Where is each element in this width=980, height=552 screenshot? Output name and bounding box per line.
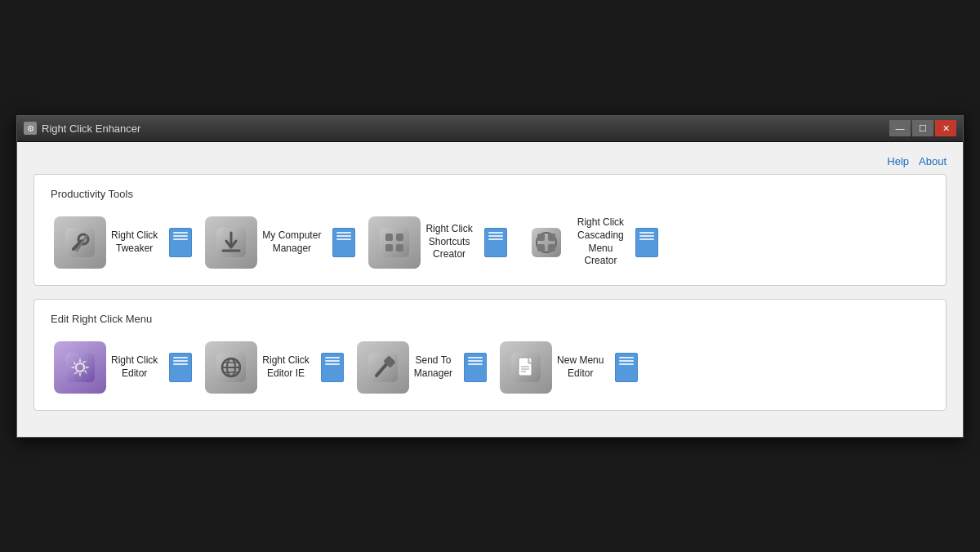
- minimize-button[interactable]: —: [889, 120, 911, 136]
- maximize-button[interactable]: ☐: [912, 120, 933, 136]
- book-icon-rct: [169, 228, 192, 257]
- svg-rect-10: [396, 244, 403, 252]
- header-links: Help About: [887, 155, 947, 167]
- help-link[interactable]: Help: [887, 155, 909, 167]
- sep-book-rct: [169, 228, 192, 257]
- svg-rect-13: [537, 234, 545, 241]
- sep-book-rcsc: [484, 228, 507, 257]
- sep-book-rceie: [321, 353, 344, 382]
- productivity-title: Productivity Tools: [51, 188, 929, 200]
- tool-rceie[interactable]: Right ClickEditor IE: [202, 338, 312, 397]
- productivity-section: Productivity Tools: [33, 174, 947, 286]
- svg-rect-17: [65, 353, 95, 382]
- rccmc-icon: [520, 216, 572, 269]
- about-link[interactable]: About: [919, 155, 947, 167]
- book-icon-rccmc: [635, 228, 658, 257]
- nme-label: New MenuEditor: [557, 354, 604, 380]
- productivity-tools-grid: Right ClickTweaker: [51, 213, 929, 272]
- edit-section: Edit Right Click Menu: [33, 299, 947, 411]
- tool-group-stm: Send ToManager: [354, 338, 490, 397]
- tool-stm[interactable]: Send ToManager: [354, 338, 456, 397]
- mcm-icon: [205, 216, 257, 269]
- tool-group-nme: New MenuEditor: [497, 338, 641, 397]
- tool-group-rce: Right ClickEditor: [51, 338, 195, 397]
- svg-rect-14: [548, 234, 555, 241]
- book-icon-nme: [615, 353, 638, 382]
- stm-icon: [357, 341, 409, 394]
- book-icon-rcsc: [484, 228, 507, 257]
- rccmc-label: Right ClickCascadingMenuCreator: [577, 216, 624, 267]
- tool-nme[interactable]: New MenuEditor: [497, 338, 607, 397]
- tool-rce[interactable]: Right ClickEditor: [51, 338, 161, 397]
- app-window: ⚙ Right Click Enhancer — ☐ ✕ Help About …: [16, 115, 964, 438]
- header-row: Help About: [33, 155, 947, 167]
- sep-book-nme: [615, 353, 638, 382]
- rce-label: Right ClickEditor: [111, 354, 158, 380]
- tool-group-rceie: Right ClickEditor IE: [202, 338, 346, 397]
- title-bar-left: ⚙ Right Click Enhancer: [24, 122, 140, 135]
- tool-rcsc[interactable]: Right ClickShortcutsCreator: [365, 213, 475, 272]
- sep-book-rce: [169, 353, 192, 382]
- window-title: Right Click Enhancer: [42, 122, 140, 135]
- svg-rect-6: [380, 228, 409, 257]
- book-icon-rceie: [321, 353, 344, 382]
- tool-group-rccmc: Right ClickCascadingMenuCreator: [517, 213, 662, 272]
- edit-tools-grid: Right ClickEditor: [51, 338, 929, 397]
- rce-icon: [54, 341, 106, 394]
- rceie-icon: [205, 341, 257, 394]
- tool-group-rcsc: Right ClickShortcutsCreator: [365, 213, 510, 272]
- mcm-label: My ComputerManager: [262, 229, 321, 255]
- title-bar: ⚙ Right Click Enhancer — ☐ ✕: [17, 116, 963, 142]
- svg-rect-8: [396, 234, 403, 241]
- app-icon: ⚙: [24, 122, 37, 135]
- svg-rect-15: [537, 244, 545, 252]
- edit-title: Edit Right Click Menu: [51, 313, 929, 325]
- tool-group-rct: Right ClickTweaker: [51, 213, 195, 272]
- window-controls: — ☐ ✕: [889, 120, 956, 136]
- book-icon-mcm: [332, 228, 355, 257]
- sep-book-stm: [464, 353, 487, 382]
- tool-rccmc[interactable]: Right ClickCascadingMenuCreator: [517, 213, 627, 272]
- book-icon-rce: [169, 353, 192, 382]
- rcsc-icon: [368, 216, 421, 269]
- stm-label: Send ToManager: [414, 354, 452, 380]
- tool-mcm[interactable]: My ComputerManager: [202, 213, 324, 272]
- svg-rect-7: [385, 234, 393, 241]
- close-button[interactable]: ✕: [935, 120, 956, 136]
- svg-rect-16: [548, 244, 555, 252]
- sep-book-mcm: [332, 228, 355, 257]
- nme-icon: [500, 341, 552, 394]
- sep-book-rccmc: [635, 228, 658, 257]
- book-icon-stm: [464, 353, 487, 382]
- tool-rct[interactable]: Right ClickTweaker: [51, 213, 161, 272]
- rct-icon: [54, 216, 106, 269]
- rcsc-label: Right ClickShortcutsCreator: [425, 223, 472, 261]
- window-body: Help About Productivity Tools: [17, 142, 963, 437]
- rct-label: Right ClickTweaker: [111, 229, 158, 255]
- tool-group-mcm: My ComputerManager: [202, 213, 359, 272]
- svg-rect-9: [385, 244, 393, 252]
- rceie-label: Right ClickEditor IE: [262, 354, 309, 380]
